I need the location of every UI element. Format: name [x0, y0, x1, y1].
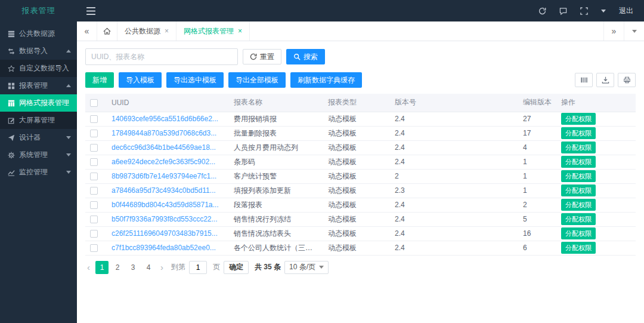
row-checkbox[interactable] — [90, 201, 98, 209]
sidebar-item-grid-report-management[interactable]: 网格式报表管理 — [0, 94, 77, 112]
actions-cell: 分配权限修改删除 — [556, 183, 636, 198]
sidebar-item-data-import[interactable]: 数据导入 — [0, 42, 77, 60]
delete-button[interactable]: 删除 — [626, 141, 636, 153]
menu-toggle-icon[interactable] — [86, 7, 95, 15]
tab-grid-report-management[interactable]: 网格式报表管理 × — [177, 21, 250, 41]
row-checkbox[interactable] — [90, 115, 98, 123]
next-page-button[interactable]: › — [159, 261, 165, 274]
goto-page-input[interactable] — [189, 261, 207, 274]
page-size-select[interactable]: 10 条/页 — [284, 261, 329, 274]
download-button[interactable] — [596, 73, 614, 87]
row-checkbox[interactable] — [90, 244, 98, 252]
uuid-link[interactable]: b50f7f9336a7993f8cd553ccc22... — [112, 215, 217, 223]
tabs-collapse-left-button[interactable]: « — [77, 21, 97, 41]
delete-button[interactable]: 删除 — [626, 227, 636, 239]
table-row[interactable]: a78466a95d73c4934c0bd5d11... 填报列表添加更新 动态… — [85, 183, 636, 198]
assign-permission-button[interactable]: 分配权限 — [561, 127, 596, 139]
sidebar-item-designer[interactable]: 设计器 — [0, 129, 77, 146]
tabs-collapse-right-button[interactable]: » — [603, 21, 624, 41]
delete-button[interactable]: 删除 — [626, 170, 636, 182]
print-button[interactable] — [618, 73, 636, 87]
row-checkbox[interactable] — [90, 158, 98, 166]
export-selected-button[interactable]: 导出选中模板 — [166, 72, 224, 88]
import-template-button[interactable]: 导入模板 — [119, 72, 162, 88]
table-row[interactable]: dec6cc96d364b1be44569ae18... 人员按月费用动态列 动… — [85, 140, 636, 155]
assign-permission-button[interactable]: 分配权限 — [561, 227, 596, 239]
column-header-version: 版本号 — [390, 94, 518, 112]
report-type-cell: 动态模板 — [323, 169, 390, 183]
fullscreen-icon[interactable] — [580, 7, 588, 15]
select-all-checkbox[interactable] — [90, 99, 98, 107]
table-row[interactable]: 140693cefe956ca5516d6b66e2... 费用报销填报 动态模… — [85, 112, 636, 126]
row-checkbox[interactable] — [90, 144, 98, 152]
assign-permission-button[interactable]: 分配权限 — [561, 113, 596, 125]
page-button-1[interactable]: 1 — [95, 261, 109, 274]
assign-permission-button[interactable]: 分配权限 — [561, 242, 596, 254]
assign-permission-button[interactable]: 分配权限 — [561, 170, 596, 182]
delete-button[interactable]: 删除 — [626, 156, 636, 168]
row-checkbox[interactable] — [90, 173, 98, 180]
uuid-link[interactable]: c26f25111696049703483b7915... — [112, 229, 218, 238]
tabs-menu-button[interactable] — [624, 21, 644, 41]
uuid-link[interactable]: b0f44689bd804c43d59d85871a... — [112, 201, 219, 209]
tab-close-icon[interactable]: × — [238, 27, 242, 35]
sidebar: 公共数据源 数据导入 自定义数据导入 报表管理 网格式报表管理 — [0, 21, 77, 323]
refresh-dict-cache-button[interactable]: 刷新数据字典缓存 — [290, 72, 362, 88]
sidebar-item-custom-data-import[interactable]: 自定义数据导入 — [0, 60, 77, 77]
message-icon[interactable] — [559, 7, 567, 15]
delete-button[interactable]: 删除 — [626, 242, 636, 254]
assign-permission-button[interactable]: 分配权限 — [561, 213, 596, 225]
search-button[interactable]: 搜索 — [286, 49, 325, 64]
home-tab-button[interactable] — [97, 21, 117, 41]
reset-button[interactable]: 重置 — [243, 49, 281, 64]
search-input[interactable] — [85, 48, 238, 65]
sidebar-item-report-management[interactable]: 报表管理 — [0, 77, 77, 94]
logout-button[interactable]: 退出 — [619, 6, 633, 16]
delete-button[interactable]: 删除 — [626, 113, 636, 125]
sidebar-item-monitor-management[interactable]: 监控管理 — [0, 164, 77, 181]
table-row[interactable]: 17849844a870a539d7068c6d3... 批量删除报表 动态模板… — [85, 126, 636, 140]
assign-permission-button[interactable]: 分配权限 — [561, 199, 596, 211]
uuid-link[interactable]: c7f1bcc893964feda80ab52ee0... — [112, 244, 216, 252]
table-row[interactable]: c7f1bcc893964feda80ab52ee0... 各个公司人数统计（三… — [85, 241, 636, 255]
assign-permission-button[interactable]: 分配权限 — [561, 156, 596, 168]
refresh-icon[interactable] — [538, 7, 546, 15]
page-button-2[interactable]: 2 — [111, 261, 124, 274]
row-checkbox[interactable] — [90, 230, 98, 238]
prev-page-button[interactable]: ‹ — [85, 261, 92, 274]
assign-permission-button[interactable]: 分配权限 — [561, 184, 596, 196]
page-button-4[interactable]: 4 — [142, 261, 155, 274]
table-row[interactable]: 8b9873d6fb7e14e93794ee7fc1... 客户统计预警 动态模… — [85, 169, 636, 183]
row-checkbox[interactable] — [90, 187, 98, 195]
column-settings-button[interactable] — [575, 73, 593, 87]
add-button[interactable]: 新增 — [85, 72, 114, 88]
user-caret-down-icon[interactable] — [601, 10, 606, 13]
table-row[interactable]: a6ee924dece2cfe9c363f5c902... 条形码 动态模板 2… — [85, 155, 636, 169]
delete-button[interactable]: 删除 — [626, 127, 636, 139]
uuid-link[interactable]: 17849844a870a539d7068c6d3... — [112, 129, 216, 137]
tab-label: 网格式报表管理 — [184, 26, 234, 36]
sidebar-item-system-management[interactable]: 系统管理 — [0, 146, 77, 164]
uuid-link[interactable]: a78466a95d73c4934c0bd5d11... — [112, 186, 216, 195]
sidebar-item-big-screen-management[interactable]: 大屏幕管理 — [0, 112, 77, 129]
export-all-button[interactable]: 导出全部模板 — [228, 72, 286, 88]
uuid-link[interactable]: 8b9873d6fb7e14e93794ee7fc1... — [112, 172, 216, 180]
row-checkbox[interactable] — [90, 130, 98, 137]
delete-button[interactable]: 删除 — [626, 213, 636, 225]
delete-button[interactable]: 删除 — [626, 184, 636, 196]
table-row[interactable]: b0f44689bd804c43d59d85871a... 段落报表 动态模板 … — [85, 198, 636, 212]
tab-close-icon[interactable]: × — [165, 27, 169, 35]
sidebar-item-public-datasource[interactable]: 公共数据源 — [0, 25, 77, 42]
assign-permission-button[interactable]: 分配权限 — [561, 141, 596, 153]
goto-confirm-button[interactable]: 确定 — [224, 261, 249, 274]
table-row[interactable]: c26f25111696049703483b7915... 销售情况冻结表头 动… — [85, 226, 636, 241]
uuid-link[interactable]: dec6cc96d364b1be44569ae18... — [112, 143, 216, 152]
delete-button[interactable]: 删除 — [626, 199, 636, 211]
edit-version-cell: 1 — [518, 169, 556, 183]
uuid-link[interactable]: 140693cefe956ca5516d6b66e2... — [112, 115, 218, 123]
tab-public-datasource[interactable]: 公共数据源 × — [117, 21, 177, 41]
table-row[interactable]: b50f7f9336a7993f8cd553ccc22... 销售情况行列冻结 … — [85, 212, 636, 226]
row-checkbox[interactable] — [90, 216, 98, 223]
uuid-link[interactable]: a6ee924dece2cfe9c363f5c902... — [112, 158, 215, 166]
page-button-3[interactable]: 3 — [126, 261, 140, 274]
